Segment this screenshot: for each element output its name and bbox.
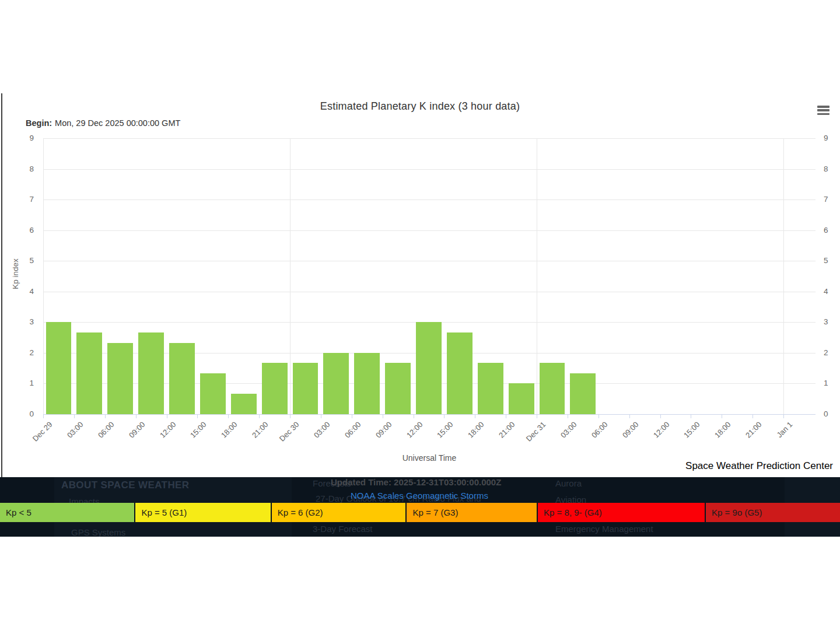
- x-tick-mark: [506, 415, 506, 418]
- x-tick-mark: [259, 415, 260, 418]
- footer-link-3-day-forecast[interactable]: 3-Day Forecast: [313, 524, 373, 534]
- x-tick-mark: [43, 415, 44, 418]
- x-tick-mark: [167, 415, 167, 418]
- hamburger-bar: [817, 109, 830, 111]
- chart-title: Estimated Planetary K index (3 hour data…: [0, 100, 840, 113]
- kp-bar[interactable]: [200, 373, 226, 414]
- scale-segment: Kp = 5 (G1): [134, 503, 270, 522]
- x-tick-mark: [136, 415, 136, 418]
- x-tick-mark: [352, 415, 352, 418]
- y-gridline: [43, 138, 816, 139]
- x-day-gridline: [290, 138, 290, 414]
- y-tick-label: 0: [824, 409, 840, 419]
- scale-segment: Kp = 6 (G2): [271, 503, 406, 522]
- y-tick-label: 0: [14, 409, 34, 419]
- hamburger-bar: [817, 106, 830, 108]
- x-tick-mark: [629, 415, 630, 418]
- x-tick-mark: [660, 415, 661, 418]
- y-tick-label: 8: [14, 164, 34, 174]
- y-gridline: [43, 261, 816, 261]
- begin-label-bold: Begin:: [26, 118, 52, 128]
- x-tick-mark: [568, 415, 568, 418]
- y-tick-label: 4: [14, 286, 34, 297]
- kp-bar[interactable]: [509, 383, 534, 414]
- x-tick-mark: [752, 415, 753, 418]
- y-tick-label: 5: [14, 256, 34, 266]
- x-tick-mark: [228, 415, 229, 418]
- x-tick-mark: [537, 415, 537, 418]
- swpc-kp-index-page: Estimated Planetary K index (3 hour data…: [0, 0, 840, 630]
- updated-time: Updated Time: 2025-12-31T03:00:00.000Z: [331, 477, 501, 487]
- y-tick-label: 6: [824, 225, 840, 236]
- x-tick-mark: [722, 415, 722, 418]
- kp-bar[interactable]: [262, 363, 288, 414]
- y-gridline: [43, 292, 816, 292]
- x-tick-mark: [197, 415, 198, 418]
- kp-bar[interactable]: [231, 394, 257, 414]
- y-tick-label: 1: [824, 378, 840, 388]
- scale-segment: Kp = 8, 9- (G4): [537, 503, 705, 522]
- x-tick-mark: [290, 415, 290, 418]
- y-tick-label: 8: [824, 164, 840, 174]
- x-day-gridline: [43, 138, 44, 414]
- y-tick-label: 4: [824, 286, 840, 297]
- x-tick-mark: [383, 415, 383, 418]
- site-footer: ABOUT SPACE WEATHER Impacts GPS Systems …: [0, 477, 840, 537]
- kp-bar[interactable]: [570, 373, 596, 414]
- y-gridline: [43, 200, 816, 200]
- kp-bar[interactable]: [169, 343, 195, 414]
- y-tick-label: 7: [14, 194, 34, 205]
- kp-bar[interactable]: [46, 322, 72, 414]
- kp-bar[interactable]: [447, 332, 473, 414]
- footer-link-gps-systems[interactable]: GPS Systems: [71, 527, 125, 537]
- footer-link-aurora[interactable]: Aurora: [555, 478, 582, 488]
- y-tick-label: 9: [14, 133, 34, 144]
- y-gridline: [43, 230, 816, 231]
- scale-segment: Kp = 9o (G5): [705, 503, 840, 522]
- kp-bar[interactable]: [478, 363, 503, 414]
- y-tick-label: 5: [824, 256, 840, 266]
- y-tick-label: 6: [14, 225, 34, 236]
- kp-bar[interactable]: [76, 332, 102, 414]
- footer-about-header[interactable]: ABOUT SPACE WEATHER: [61, 480, 189, 491]
- begin-label: Begin:Mon, 29 Dec 2025 00:00:00 GMT: [26, 118, 180, 128]
- kp-bar[interactable]: [293, 363, 318, 414]
- scale-segment: Kp = 7 (G3): [405, 503, 537, 522]
- y-tick-label: 3: [824, 317, 840, 327]
- scale-segment: Kp < 5: [0, 503, 134, 522]
- y-tick-label: 2: [824, 348, 840, 358]
- y-gridline: [43, 169, 816, 170]
- noaa-kp-scale-bar: Kp < 5Kp = 5 (G1)Kp = 6 (G2)Kp = 7 (G3)K…: [0, 503, 840, 522]
- y-tick-label: 9: [824, 133, 840, 144]
- kp-bar[interactable]: [416, 322, 442, 414]
- x-tick-mark: [444, 415, 444, 418]
- x-day-gridline: [783, 138, 784, 414]
- x-tick-mark: [783, 415, 784, 418]
- kp-bar[interactable]: [354, 353, 380, 414]
- kp-bar[interactable]: [385, 363, 411, 414]
- x-tick-mark: [105, 415, 106, 418]
- hamburger-menu-icon[interactable]: [817, 106, 830, 116]
- y-gridline: [43, 414, 816, 415]
- kp-bar[interactable]: [540, 363, 565, 414]
- y-tick-label: 1: [14, 378, 34, 388]
- x-tick-mark: [691, 415, 691, 418]
- noaa-scales-geomagnetic-storms-link[interactable]: NOAA Scales Geomagnetic Storms: [351, 491, 488, 501]
- x-tick-mark: [321, 415, 321, 418]
- begin-label-value: Mon, 29 Dec 2025 00:00:00 GMT: [55, 118, 180, 128]
- kp-bar[interactable]: [138, 332, 164, 414]
- y-tick-label: 2: [14, 348, 34, 358]
- footer-link-emergency-management[interactable]: Emergency Management: [555, 524, 653, 534]
- y-tick-label: 7: [824, 194, 840, 205]
- x-tick-mark: [475, 415, 475, 418]
- y-tick-label: 3: [14, 317, 34, 327]
- kp-bar[interactable]: [107, 343, 133, 414]
- x-tick-mark: [74, 415, 75, 418]
- hamburger-bar: [817, 113, 830, 116]
- x-tick-mark: [414, 415, 414, 418]
- x-tick-mark: [598, 415, 599, 418]
- kp-bar[interactable]: [323, 353, 349, 414]
- x-day-gridline: [537, 138, 537, 414]
